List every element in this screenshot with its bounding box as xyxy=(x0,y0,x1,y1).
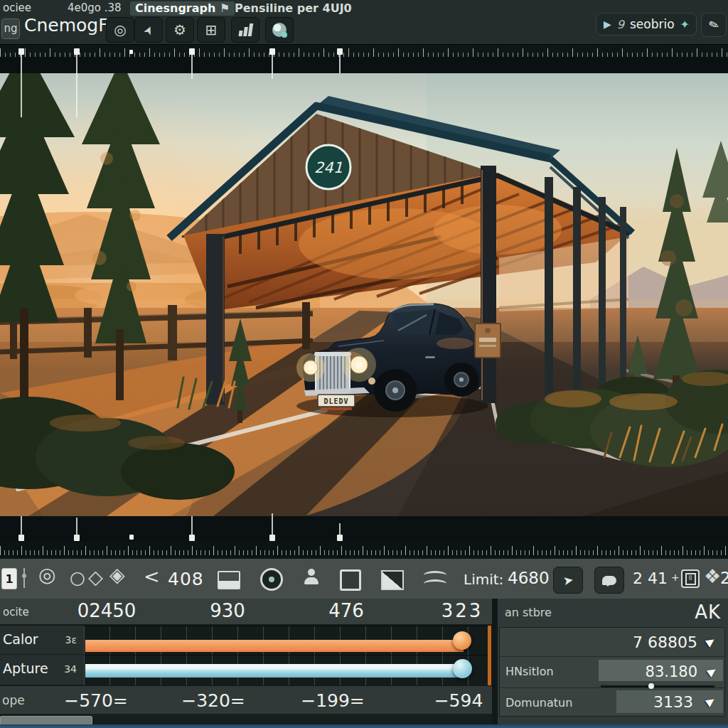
timeline-marker-dot[interactable] xyxy=(129,50,133,54)
cursor-pointer-icon: ▲ xyxy=(705,634,719,648)
header-value: 476 xyxy=(328,600,364,621)
comment-button[interactable] xyxy=(594,567,624,594)
menu-item-cinemagraph[interactable]: Cinesngraph ⚑ xyxy=(130,1,235,16)
share-icon: ➤ xyxy=(562,572,574,588)
globe-icon xyxy=(272,23,287,37)
footer-value: −320= xyxy=(181,690,245,711)
boxed-panel-icon[interactable]: II xyxy=(681,569,700,588)
settings-label: Domunatun xyxy=(505,696,572,710)
plus-icon[interactable]: + xyxy=(671,572,680,583)
settings-value: 83.180 xyxy=(646,663,697,680)
cursor-icon: ➤ xyxy=(141,23,157,37)
grid-tool-button[interactable]: ⊞ xyxy=(197,17,225,43)
settings-box: 7 68805 ▲ HNsitIon 83.180 ▲ Domunatun 31… xyxy=(499,627,725,717)
search-pill[interactable]: ▶ 9 seobrio ✦ xyxy=(596,13,697,36)
curves-icon[interactable] xyxy=(424,571,446,588)
engine-icon: ⚙ xyxy=(173,21,186,38)
row-label-color[interactable]: Calor 3ε xyxy=(0,626,84,655)
split-square-icon[interactable] xyxy=(381,570,404,590)
timeline-marker[interactable] xyxy=(337,48,343,55)
settings-row-3[interactable]: Domunatun 3133 ▲ xyxy=(500,687,724,717)
engine-tool-button[interactable]: ⚙ xyxy=(166,17,194,43)
color-slider-handle[interactable] xyxy=(453,631,471,650)
limit-label: Limit: xyxy=(464,571,503,588)
badge-icon-button[interactable]: ◎ xyxy=(106,17,134,43)
timeline-marker[interactable] xyxy=(189,48,195,55)
timeline-values-panel: ocite 02450 930 476 323 Calor 3ε Apture … xyxy=(0,599,492,728)
dial-icon[interactable] xyxy=(260,568,283,591)
tag-icon[interactable]: ❖ xyxy=(704,565,721,587)
footer-value: −594 xyxy=(434,690,483,711)
trailing-count: 2 xyxy=(720,569,728,587)
timeline-marker-bottom[interactable] xyxy=(337,535,343,541)
timeline-marker[interactable] xyxy=(74,48,80,55)
pen-icon: ✎ xyxy=(707,16,721,33)
share-button[interactable]: ➤ xyxy=(553,567,583,594)
timeline-marker-bottom[interactable] xyxy=(74,535,80,541)
play-icon[interactable]: ▶ xyxy=(604,18,611,30)
ruler-ticks-major xyxy=(0,48,728,57)
properties-panel: ocite 02450 930 476 323 Calor 3ε Apture … xyxy=(0,599,728,728)
mini-slider[interactable] xyxy=(601,685,714,687)
diamond-shape-icon[interactable]: ◇ xyxy=(88,566,103,588)
timeline-marker-bottom[interactable] xyxy=(129,535,134,540)
settings-row-2[interactable]: HNsitIon 83.180 ▲ xyxy=(500,656,724,688)
square-frame-icon[interactable] xyxy=(340,569,361,591)
flag-icon: ⚑ xyxy=(220,1,230,15)
row-value-text: 34 xyxy=(64,663,77,675)
menu-item-1[interactable]: ociee xyxy=(3,1,31,14)
cursor-tool-button[interactable]: ➤ xyxy=(134,17,163,43)
header-label: ocite xyxy=(3,606,29,619)
row-label-text: Calor xyxy=(3,631,38,647)
aperture-slider-track[interactable] xyxy=(84,655,492,685)
slider-handle-icon[interactable] xyxy=(23,568,25,588)
search-text[interactable]: seobrio xyxy=(630,17,675,31)
globe-tool-button[interactable] xyxy=(265,17,294,43)
sparkle-icon: ✦ xyxy=(680,18,690,31)
menu-item-2[interactable]: 4e0go .38 xyxy=(68,1,122,14)
ruler-bottom[interactable] xyxy=(0,542,728,557)
footer-value: −199= xyxy=(301,690,365,711)
viewport[interactable]: 241 xyxy=(0,57,728,557)
ring-shape-icon[interactable]: ○ xyxy=(70,567,85,588)
circles-icon[interactable]: ◎ xyxy=(38,565,55,585)
values-footer: ope −570= −320= −199= −594 xyxy=(0,685,492,714)
mini-tab[interactable]: ng xyxy=(1,18,20,39)
chart-tool-button[interactable] xyxy=(231,17,259,43)
track-end-marker xyxy=(488,626,491,685)
timeline-marker[interactable] xyxy=(18,48,24,55)
topbar: ociee 4e0go .38 Cinesngraph ⚑ Pensiline … xyxy=(0,0,728,44)
timeline-marker-bottom[interactable] xyxy=(18,535,24,541)
angle-icon[interactable]: < xyxy=(144,565,160,587)
diamond-f-icon[interactable]: ◈ xyxy=(109,565,125,585)
menu-item-4[interactable]: Pensiline per 4UJ0 xyxy=(235,1,352,15)
settings-header-right: AK xyxy=(695,601,721,623)
row-value-text: 3ε xyxy=(65,634,77,646)
footer-label: ope xyxy=(2,693,25,707)
settings-panel: an stbre AK 7 68805 ▲ HNsitIon 83.180 ▲ … xyxy=(498,599,728,728)
window-bottom-edge xyxy=(0,724,728,728)
aperture-slider-handle[interactable] xyxy=(453,659,472,678)
row-label-aperture[interactable]: Apture 34 xyxy=(0,655,84,685)
frame-count: 408 xyxy=(168,569,204,589)
squiggle-icon: 9 xyxy=(617,18,624,31)
header-value: 02450 xyxy=(77,600,136,621)
tool-one-button[interactable]: 1 xyxy=(1,568,17,589)
counter-value: 2 41 xyxy=(633,569,668,587)
settings-row-1[interactable]: 7 68805 ▲ xyxy=(500,628,724,657)
color-slider-track[interactable] xyxy=(84,626,492,655)
person-icon[interactable] xyxy=(304,569,318,584)
ruler-ticks-major xyxy=(0,546,728,555)
timeline-marker-bottom[interactable] xyxy=(269,535,275,541)
scene-illustration: 241 xyxy=(0,73,728,516)
ruler-top[interactable] xyxy=(0,44,728,58)
limit-value: 4680 xyxy=(508,569,550,587)
grid-icon: ⊞ xyxy=(205,21,218,38)
timeline-marker-bottom[interactable] xyxy=(189,535,195,541)
header-value: 930 xyxy=(210,600,245,621)
brush-button[interactable]: ✎ xyxy=(701,13,727,37)
half-filled-rect-icon[interactable] xyxy=(218,571,240,589)
license-plate-text: DLEDV xyxy=(323,397,348,405)
badge-number: 241 xyxy=(314,159,343,176)
timeline-marker[interactable] xyxy=(269,48,275,55)
